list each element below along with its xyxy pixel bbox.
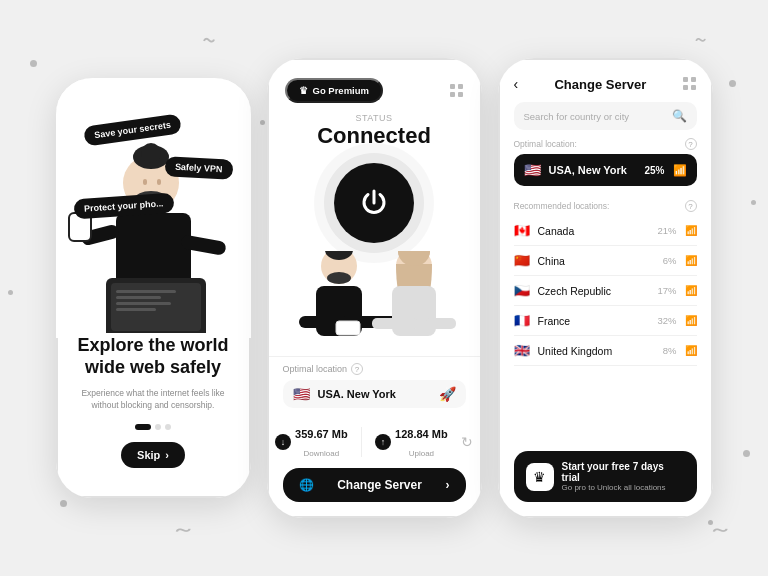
location-row-france[interactable]: 🇫🇷 France 32% 📶 — [514, 306, 697, 336]
svg-rect-27 — [372, 318, 418, 329]
optimal-pct: 25% — [644, 165, 664, 176]
pagination-dots — [135, 424, 171, 430]
us-flag: 🇺🇸 — [293, 386, 310, 402]
back-button[interactable]: ‹ — [514, 76, 519, 92]
connection-stats: ↓ 359.67 Mb Download ↑ 128.84 Mb — [269, 420, 480, 468]
status-value: Connected — [269, 123, 480, 149]
download-icon-wrap: ↓ 359.67 Mb Download — [275, 424, 348, 460]
connection-status: Status Connected — [269, 113, 480, 149]
locations-list: 🇨🇦 Canada 21% 📶 🇨🇳 China 6% 📶 🇨🇿 Czech R… — [500, 216, 711, 445]
canada-wifi-icon: 📶 — [685, 225, 697, 236]
bubble-vpn: Safely VPN — [164, 156, 232, 180]
upload-icon: ↑ — [375, 434, 391, 450]
grid-icon[interactable] — [450, 84, 464, 98]
onboarding-desc: Experience what the internet feels like … — [76, 387, 231, 413]
download-value: 359.67 Mb — [295, 428, 348, 440]
rocket-icon: 🚀 — [439, 386, 456, 402]
optimal-country-name: USA, New York — [549, 164, 637, 176]
upload-label: Upload — [409, 449, 434, 458]
location-row-china[interactable]: 🇨🇳 China 6% 📶 — [514, 246, 697, 276]
svg-rect-14 — [116, 302, 171, 305]
france-wifi-icon: 📶 — [685, 315, 697, 326]
svg-rect-15 — [116, 308, 156, 311]
optimal-location-row: 🇺🇸 USA. New York 🚀 — [283, 380, 466, 408]
promo-sub: Go pro to Unlock all locations — [562, 483, 685, 492]
uk-name: United Kingdom — [538, 345, 655, 357]
location-name: USA. New York — [318, 388, 431, 400]
promo-title: Start your free 7 days trial — [562, 461, 685, 483]
optimal-section-label: Optimal location: ? — [500, 138, 711, 150]
recommended-info-icon: ? — [685, 200, 697, 212]
onboarding-text: Explore the world wide web safely Experi… — [58, 334, 249, 425]
optimal-label: Optimal location — [283, 364, 348, 374]
upload-value: 128.84 Mb — [395, 428, 448, 440]
promo-icon: ♛ — [526, 463, 554, 491]
location-row-canada[interactable]: 🇨🇦 Canada 21% 📶 — [514, 216, 697, 246]
china-wifi-icon: 📶 — [685, 255, 697, 266]
china-flag: 🇨🇳 — [514, 253, 530, 268]
phone2-body: ♛ Go Premium Status Connected — [267, 58, 482, 518]
czech-pct: 17% — [657, 285, 676, 296]
france-pct: 32% — [657, 315, 676, 326]
info-icon: ? — [351, 363, 363, 375]
location-row-uk[interactable]: 🇬🇧 United Kingdom 8% 📶 — [514, 336, 697, 366]
location-row-czech[interactable]: 🇨🇿 Czech Republic 17% 📶 — [514, 276, 697, 306]
optimal-info-icon: ? — [685, 138, 697, 150]
people-svg — [284, 251, 464, 356]
phone3-header: ‹ Change Server — [500, 60, 711, 102]
svg-rect-5 — [157, 179, 161, 185]
promo-text: Start your free 7 days trial Go pro to U… — [562, 461, 685, 492]
stat-divider — [361, 427, 362, 457]
change-server-label: Change Server — [337, 478, 422, 492]
czech-flag: 🇨🇿 — [514, 283, 530, 298]
phone-onboarding: Save your secrets Safely VPN Protect you… — [56, 78, 251, 498]
phone-server: ‹ Change Server Search for country or ci… — [498, 58, 713, 518]
globe-icon: 🌐 — [299, 478, 314, 492]
crown-icon: ♛ — [299, 85, 308, 96]
uk-pct: 8% — [663, 345, 677, 356]
phone-connected: ♛ Go Premium Status Connected — [267, 58, 482, 518]
canada-flag: 🇨🇦 — [514, 223, 530, 238]
download-label: Download — [304, 449, 340, 458]
svg-rect-23 — [336, 321, 360, 335]
phone2-bottom: 🌐 Change Server › — [269, 468, 480, 516]
download-icon: ↓ — [275, 434, 291, 450]
optimal-server-row[interactable]: 🇺🇸 USA, New York 25% 📶 — [514, 154, 697, 186]
optimal-flag: 🇺🇸 — [524, 162, 541, 178]
phone3-body: ‹ Change Server Search for country or ci… — [498, 58, 713, 518]
svg-rect-13 — [116, 296, 161, 299]
czech-wifi-icon: 📶 — [685, 285, 697, 296]
optimal-label-row: Optimal location ? — [283, 363, 466, 375]
status-label: Status — [269, 113, 480, 123]
onboarding-title: Explore the world wide web safely — [76, 334, 231, 379]
download-stat: ↓ 359.67 Mb Download — [275, 424, 348, 460]
china-name: China — [538, 255, 655, 267]
skip-button[interactable]: Skip › — [121, 442, 185, 468]
grid-menu-icon[interactable] — [683, 77, 697, 91]
france-name: France — [538, 315, 650, 327]
upload-icon-wrap: ↑ 128.84 Mb Upload — [375, 424, 448, 460]
refresh-icon[interactable]: ↻ — [461, 434, 473, 450]
server-screen-title: Change Server — [554, 77, 646, 92]
optimal-location-section: Optimal location ? 🇺🇸 USA. New York 🚀 — [269, 356, 480, 420]
uk-flag: 🇬🇧 — [514, 343, 530, 358]
search-icon: 🔍 — [672, 109, 687, 123]
arrow-icon: › — [165, 449, 169, 461]
phone2-header: ♛ Go Premium — [269, 60, 480, 113]
canada-name: Canada — [538, 225, 650, 237]
dot-3 — [165, 424, 171, 430]
optimal-wifi-icon: 📶 — [673, 164, 687, 177]
premium-label: Go Premium — [313, 85, 370, 96]
search-bar[interactable]: Search for country or city 🔍 — [514, 102, 697, 130]
phone1-body: Save your secrets Safely VPN Protect you… — [56, 78, 251, 498]
power-icon — [358, 187, 390, 219]
change-server-button[interactable]: 🌐 Change Server › — [283, 468, 466, 502]
promo-banner[interactable]: ♛ Start your free 7 days trial Go pro to… — [514, 451, 697, 502]
phone2-illustration — [269, 251, 480, 356]
canada-pct: 21% — [657, 225, 676, 236]
power-button[interactable] — [334, 163, 414, 243]
premium-button[interactable]: ♛ Go Premium — [285, 78, 384, 103]
czech-name: Czech Republic — [538, 285, 650, 297]
svg-rect-28 — [426, 318, 456, 329]
svg-rect-12 — [116, 290, 176, 293]
